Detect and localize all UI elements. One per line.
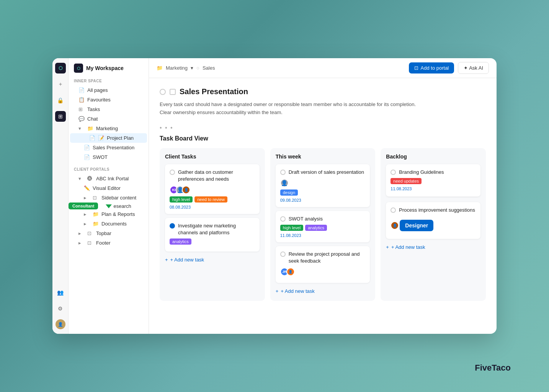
sidebar-label-footer: Footer bbox=[96, 240, 111, 246]
tag-high-level: high level bbox=[170, 196, 193, 203]
task-card3: Draft version of sales presentation 👤 de… bbox=[276, 164, 370, 207]
sidebar-item-all-pages[interactable]: 📄 All pages bbox=[70, 85, 147, 95]
task-card5: Review the project proposal and seek fee… bbox=[276, 246, 370, 283]
lock-icon[interactable]: 🔒 bbox=[55, 95, 66, 106]
tags: high level need to review bbox=[170, 196, 255, 203]
sidebar-label-marketing: Marketing bbox=[96, 126, 118, 131]
sidebar-item-documents[interactable]: ▸ 📁 Documents bbox=[70, 219, 147, 229]
date-label: 08.08.2023 bbox=[170, 205, 255, 209]
page-icon2: 📄 bbox=[89, 135, 95, 141]
inner-space-label: INNER SPACE bbox=[69, 77, 149, 85]
sidebar-label-swot: SWOT bbox=[93, 154, 108, 160]
task-card: Gather data on customer preferences and … bbox=[165, 164, 260, 214]
grid-icon[interactable]: ⊞ bbox=[55, 111, 66, 122]
sidebar-item-swot[interactable]: 📄 SWOT bbox=[70, 152, 147, 162]
sidebar-item-sales-presentation[interactable]: 📄 Sales Presentation bbox=[70, 143, 147, 152]
folder-icon3: 📁 bbox=[93, 221, 99, 227]
sidebar-item-favourites[interactable]: 📋 Favourites bbox=[70, 95, 147, 105]
task-status5 bbox=[280, 252, 286, 257]
sidebar-label-tasks: Tasks bbox=[87, 106, 100, 112]
col-header-backlog: Backlog bbox=[386, 154, 480, 160]
task-title4: SWOT analysis bbox=[289, 216, 323, 222]
chat-icon: 💬 bbox=[78, 116, 85, 122]
users-icon[interactable]: 👥 bbox=[55, 287, 66, 298]
sidebar-item-tasks[interactable]: ⊞ Tasks bbox=[70, 105, 147, 114]
tasks-icon: ⊞ bbox=[78, 106, 85, 112]
topbar-actions: ⊡ Add to portal ✦ Ask AI bbox=[409, 62, 489, 74]
settings-icon[interactable]: ⚙ bbox=[55, 303, 66, 314]
workspace-icon: ⬡ bbox=[74, 64, 83, 73]
add-task-backlog[interactable]: + + Add new task bbox=[386, 243, 480, 252]
add-task-client[interactable]: + + Add new task bbox=[165, 255, 260, 264]
tag-hl: high level bbox=[280, 225, 303, 231]
add-icon[interactable]: ＋ bbox=[55, 79, 66, 90]
task-row2: Investigate new marketing channels and p… bbox=[170, 222, 255, 236]
green-icon: 📝 bbox=[98, 135, 104, 141]
logo-icon[interactable]: ⬡ bbox=[55, 63, 66, 74]
avatars: KI 👤 👤 bbox=[170, 186, 255, 194]
sidebar-item-visual-editor[interactable]: ✏️ Visual Editor bbox=[70, 183, 147, 193]
designer-badge: Designer bbox=[400, 220, 433, 231]
page-icon: 📄 bbox=[78, 87, 85, 93]
tag-need-updates: need updates bbox=[391, 178, 422, 184]
sidebar-item-project-plan[interactable]: 📄 📝 Project Plan bbox=[70, 133, 147, 143]
page-icon4: 📄 bbox=[84, 154, 90, 160]
component-icon: ⊡ bbox=[93, 195, 99, 201]
user-avatar[interactable]: 👤 bbox=[56, 319, 65, 329]
add-task-label: + Add new task bbox=[170, 257, 204, 263]
page-icon3: 📄 bbox=[84, 145, 90, 150]
sidebar-label-chat: Chat bbox=[87, 116, 98, 122]
task-card4: SWOT analysis high level analytics 11.08… bbox=[276, 211, 370, 242]
task-title7: Process improvement suggestions bbox=[399, 207, 475, 214]
avatar-user3: 👤 bbox=[280, 179, 289, 187]
tags3: design bbox=[280, 189, 366, 196]
task-status7 bbox=[391, 207, 396, 213]
kanban-col-this-week: This week Draft version of sales present… bbox=[270, 148, 376, 301]
sidebar-item-footer[interactable]: ▸ ⊡ Footer bbox=[70, 238, 147, 248]
sidebar-item-topbar[interactable]: ▸ ⊡ Topbar bbox=[70, 229, 147, 238]
ask-ai-button[interactable]: ✦ Ask AI bbox=[458, 62, 489, 74]
fivetaco-brand: FiveTaco bbox=[475, 363, 511, 373]
chevron-right-icon2: ▸ bbox=[84, 211, 90, 217]
date4: 11.08.2023 bbox=[280, 233, 366, 238]
folder-icon2: 📁 bbox=[93, 211, 99, 217]
page-title-row: Sales Presentation bbox=[160, 87, 486, 96]
kanban-col-backlog: Backlog Branding Guidelines need updates… bbox=[381, 148, 486, 301]
sidebar-label-all-pages: All pages bbox=[87, 87, 108, 93]
sidebar-item-plan-reports[interactable]: ▸ 📁 Plan & Reports bbox=[70, 209, 147, 219]
task-title2: Investigate new marketing channels and p… bbox=[178, 222, 255, 236]
sidebar-item-abc-ink[interactable]: ▾ 🅐 ABC Ink Portal bbox=[70, 174, 147, 183]
page-area: Sales Presentation Every task card shoul… bbox=[149, 78, 497, 334]
add-task-week[interactable]: + + Add new task bbox=[276, 287, 370, 296]
task-board-label: Task Board View bbox=[160, 135, 486, 142]
sidebar-item-marketing[interactable]: ▾ 📁 Marketing bbox=[70, 124, 147, 133]
task-status3 bbox=[280, 170, 286, 175]
component-icon3: ⊡ bbox=[87, 240, 93, 246]
add-to-portal-button[interactable]: ⊡ Add to portal bbox=[409, 62, 454, 74]
breadcrumb-folder: Marketing bbox=[166, 65, 188, 71]
folder-icon-breadcrumb: 📁 bbox=[157, 65, 163, 71]
chevron-right-icon4: ▸ bbox=[78, 230, 85, 236]
sidebar-item-sidebar-content[interactable]: ▸ ⊡ Sidebar content bbox=[70, 193, 147, 203]
tag-analytics: analytics bbox=[170, 238, 191, 245]
sidebar-item-chat[interactable]: 💬 Chat bbox=[70, 114, 147, 124]
portal-icon2: ⊡ bbox=[414, 65, 418, 71]
tags4: high level analytics bbox=[280, 225, 366, 231]
sidebar-label-sidebar-content: Sidebar content bbox=[101, 195, 136, 201]
add-icon2: + bbox=[165, 257, 168, 263]
status-circle bbox=[160, 89, 166, 95]
tag-need-review: need to review bbox=[194, 196, 227, 203]
cursor-indicator bbox=[106, 204, 112, 208]
task-row7: Process improvement suggestions bbox=[391, 207, 476, 214]
page-description: Every task card should have a designated… bbox=[160, 101, 428, 117]
more-dots: • • • bbox=[160, 124, 486, 131]
sidebar-label-visual-editor: Visual Editor bbox=[93, 185, 121, 191]
add-icon4: + bbox=[386, 244, 389, 250]
app-window: ⬡ ＋ 🔒 ⊞ 👥 ⚙ 👤 ⬡ My Workspace INNER SPACE… bbox=[52, 58, 497, 334]
sidebar-label-documents: Documents bbox=[101, 221, 127, 227]
col-header-this-week: This week bbox=[276, 154, 370, 160]
add-to-portal-label: Add to portal bbox=[421, 65, 449, 71]
sidebar-label-plan-reports: Plan & Reports bbox=[101, 211, 135, 217]
task-row5: Review the project proposal and seek fee… bbox=[280, 251, 366, 265]
favourites-icon: 📋 bbox=[78, 97, 85, 103]
